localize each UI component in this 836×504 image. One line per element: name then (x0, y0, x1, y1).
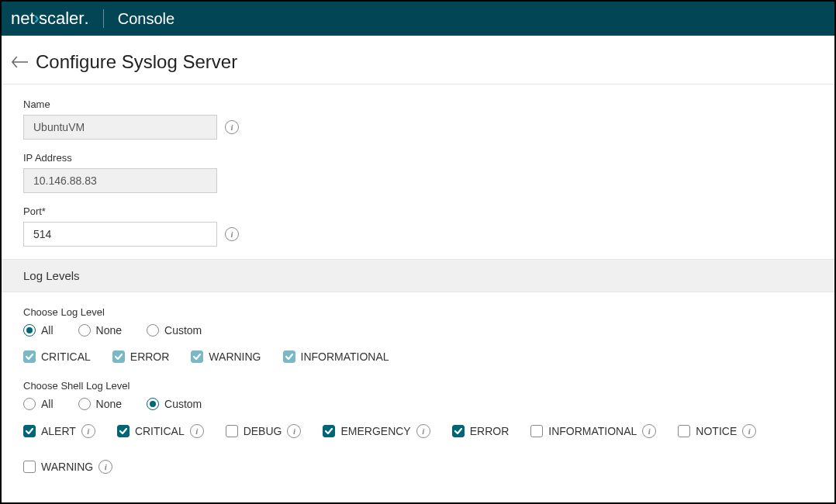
checkbox-icon (191, 350, 203, 363)
radio-ring-icon (78, 398, 91, 410)
divider (103, 9, 104, 28)
checkbox-label: WARNING (209, 350, 261, 363)
checkbox-label: CRITICAL (135, 425, 185, 437)
checkbox-icon (283, 350, 295, 363)
checkbox-icon (452, 425, 465, 437)
checkbox-icon (23, 350, 36, 363)
info-icon[interactable]: i (225, 120, 239, 134)
back-arrow-icon[interactable] (11, 55, 28, 69)
checkbox-label: NOTICE (696, 425, 737, 437)
shell-log-level-radios: AllNoneCustom (23, 398, 813, 410)
checkbox-label: ALERT (41, 425, 76, 437)
checkbox-critical[interactable]: CRITICALi (117, 424, 204, 438)
log-levels-header: Log Levels (2, 259, 834, 292)
info-icon[interactable]: i (190, 424, 204, 438)
radio-all[interactable]: All (23, 324, 54, 337)
info-icon[interactable]: i (225, 227, 239, 241)
checkbox-label: WARNING (41, 461, 93, 473)
port-input[interactable] (23, 222, 217, 247)
page-title-row: Configure Syslog Server (2, 36, 834, 85)
checkbox-icon (678, 425, 690, 437)
info-icon[interactable]: i (742, 424, 756, 438)
checkbox-notice[interactable]: NOTICEi (678, 424, 756, 438)
button-row: OK Close (2, 497, 834, 504)
checkbox-warning[interactable]: WARNING (191, 350, 261, 363)
checkbox-label: INFORMATIONAL (301, 350, 389, 363)
info-icon[interactable]: i (642, 424, 656, 438)
radio-ring-icon (23, 398, 36, 410)
field-ip: IP Address (23, 152, 813, 193)
radio-custom[interactable]: Custom (147, 324, 202, 337)
app-header: net › scaler . Console (2, 2, 834, 36)
radio-label: Custom (164, 324, 202, 337)
name-input[interactable] (23, 115, 217, 140)
brand-dot: . (85, 9, 89, 29)
checkbox-warning[interactable]: WARNINGi (23, 460, 112, 474)
checkbox-emergency[interactable]: EMERGENCYi (323, 424, 430, 438)
log-levels-body: Choose Log Level AllNoneCustom CRITICALE… (2, 292, 834, 497)
ip-input[interactable] (23, 168, 217, 193)
checkbox-alert[interactable]: ALERTi (23, 424, 95, 438)
radio-label: None (96, 324, 122, 337)
radio-all[interactable]: All (23, 398, 54, 410)
checkbox-informational[interactable]: INFORMATIONAL (283, 350, 389, 363)
field-port: Port* i (23, 205, 813, 247)
checkbox-icon (23, 425, 36, 437)
radio-ring-icon (147, 398, 159, 410)
choose-log-level-label: Choose Log Level (23, 306, 813, 318)
radio-label: All (41, 398, 54, 410)
info-icon[interactable]: i (287, 424, 301, 438)
choose-shell-log-level-label: Choose Shell Log Level (23, 380, 813, 392)
radio-label: None (96, 398, 122, 410)
field-name: Name i (23, 98, 813, 140)
radio-custom[interactable]: Custom (147, 398, 202, 410)
checkbox-icon (23, 461, 36, 473)
checkbox-label: INFORMATIONAL (548, 425, 637, 437)
checkbox-label: CRITICAL (41, 350, 91, 363)
checkbox-icon (530, 425, 543, 437)
name-label: Name (23, 98, 813, 110)
checkbox-icon (117, 425, 130, 437)
brand: net › scaler . (11, 9, 89, 29)
port-label: Port* (23, 205, 813, 217)
log-level-radios: AllNoneCustom (23, 324, 813, 337)
info-icon[interactable]: i (81, 424, 95, 438)
radio-none[interactable]: None (78, 398, 122, 410)
shell-log-level-checks: ALERTiCRITICALiDEBUGiEMERGENCYiERRORINFO… (23, 424, 813, 474)
radio-label: Custom (164, 398, 202, 410)
checkbox-icon (226, 425, 238, 437)
radio-ring-icon (23, 324, 36, 337)
checkbox-label: EMERGENCY (340, 425, 410, 437)
form-area: Name i IP Address Port* i (2, 85, 834, 247)
checkbox-error[interactable]: ERROR (452, 424, 510, 438)
checkbox-debug[interactable]: DEBUGi (226, 424, 302, 438)
info-icon[interactable]: i (416, 424, 430, 438)
ip-label: IP Address (23, 152, 813, 164)
checkbox-icon (323, 425, 335, 437)
brand-console: Console (118, 10, 174, 28)
checkbox-error[interactable]: ERROR (112, 350, 170, 363)
info-icon[interactable]: i (98, 460, 112, 474)
radio-none[interactable]: None (78, 324, 122, 337)
checkbox-critical[interactable]: CRITICAL (23, 350, 91, 363)
checkbox-icon (112, 350, 125, 363)
radio-ring-icon (78, 324, 91, 337)
brand-net: net (11, 9, 35, 29)
checkbox-label: DEBUG (244, 425, 282, 437)
log-level-checks: CRITICALERRORWARNINGINFORMATIONAL (23, 350, 813, 363)
radio-label: All (41, 324, 54, 337)
checkbox-label: ERROR (470, 425, 510, 437)
page-title: Configure Syslog Server (36, 51, 237, 73)
radio-ring-icon (147, 324, 159, 337)
checkbox-informational[interactable]: INFORMATIONALi (530, 424, 656, 438)
checkbox-label: ERROR (130, 350, 170, 363)
brand-scaler: scaler (39, 9, 85, 29)
